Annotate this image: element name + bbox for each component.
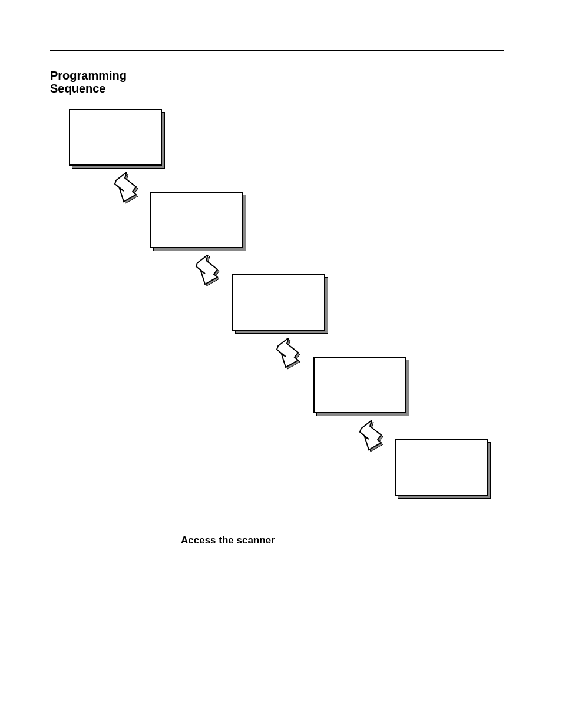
divider bbox=[50, 50, 504, 51]
arrow-icon bbox=[354, 420, 389, 458]
section-subhead: Access the scanner bbox=[181, 535, 275, 546]
arrow-icon bbox=[109, 172, 144, 210]
arrow-icon bbox=[190, 255, 226, 292]
page-title: Programming Sequence bbox=[50, 69, 127, 95]
arrow-icon bbox=[271, 338, 306, 375]
